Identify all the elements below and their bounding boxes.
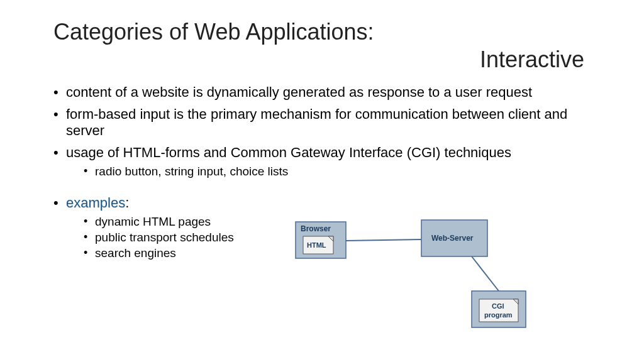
bullet-3-sublist: radio button, string input, choice lists <box>66 164 591 180</box>
bullet-3-text: usage of HTML-forms and Common Gateway I… <box>66 145 511 160</box>
html-label: HTML <box>307 241 326 249</box>
cgi-doc-icon: CGI program <box>479 299 518 322</box>
bullet-3-sub-1: radio button, string input, choice lists <box>84 164 591 180</box>
html-doc-icon: HTML <box>303 236 333 254</box>
line-browser-server <box>346 239 421 241</box>
cgi-label-2: program <box>484 311 513 319</box>
examples-colon: : <box>125 195 129 211</box>
bullet-1: content of a website is dynamically gene… <box>53 84 591 100</box>
title-line-2: Interactive <box>53 47 591 73</box>
examples-label: examples <box>66 195 125 211</box>
bullet-3: usage of HTML-forms and Common Gateway I… <box>53 145 591 180</box>
bullet-2: form-based input is the primary mechanis… <box>53 106 591 138</box>
title-line-1: Categories of Web Applications: <box>53 19 591 45</box>
line-server-cgi <box>472 256 499 291</box>
spacer <box>53 186 591 195</box>
browser-label: Browser <box>301 224 331 233</box>
bullet-list: content of a website is dynamically gene… <box>53 84 591 180</box>
architecture-diagram: Browser HTML Web-Server CGI program <box>289 219 566 344</box>
cgi-label-1: CGI <box>492 302 504 310</box>
webserver-label: Web-Server <box>431 234 474 243</box>
